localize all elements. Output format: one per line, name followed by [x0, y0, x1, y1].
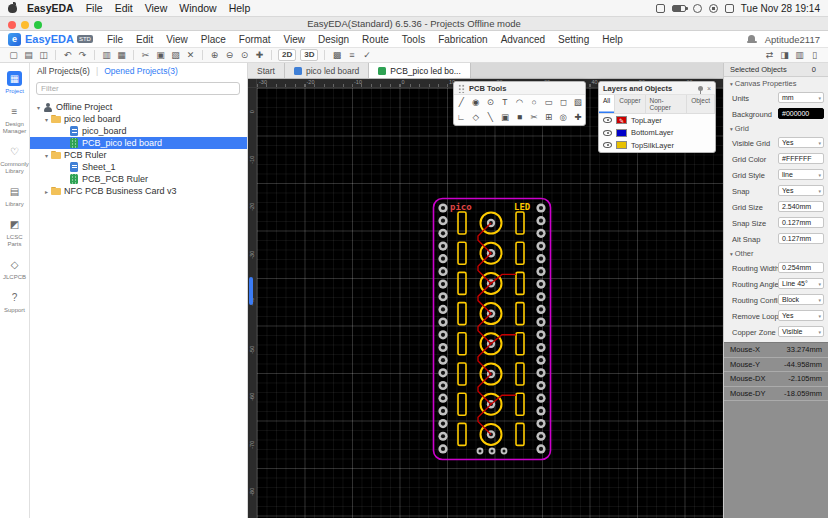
- hole-tool-icon[interactable]: ◻: [556, 95, 571, 110]
- vertical-scrollbar-thumb[interactable]: [249, 277, 253, 305]
- property-value[interactable]: 0.127mm: [778, 217, 824, 228]
- pin-icon[interactable]: [698, 86, 703, 91]
- tree-caret-icon[interactable]: ▾: [42, 116, 51, 123]
- property-value[interactable]: Yes: [778, 185, 824, 196]
- layer-row[interactable]: TopSilkLayer: [599, 139, 715, 152]
- username[interactable]: Aptitude2117: [765, 34, 820, 45]
- image-tool-icon[interactable]: ▧: [570, 95, 585, 110]
- sidebar-item-jlcpcb[interactable]: ◇ JLCPCB: [0, 257, 30, 281]
- macos-menu-item[interactable]: Window: [179, 2, 216, 14]
- paste-icon[interactable]: ▧: [168, 49, 183, 62]
- apple-menu-icon[interactable]: [8, 4, 17, 13]
- zoom-window-icon[interactable]: ⊙: [237, 49, 252, 62]
- layers-tab[interactable]: Object: [687, 95, 715, 113]
- cutout-tool-icon[interactable]: ✂: [527, 110, 542, 125]
- layer-row[interactable]: ✎ TopLayer: [599, 114, 715, 127]
- drag-handle[interactable]: [458, 84, 465, 93]
- sidebar-item-library[interactable]: ▤ Library: [0, 184, 30, 208]
- layers-tab[interactable]: All: [599, 95, 615, 113]
- save-icon[interactable]: ◫: [36, 49, 51, 62]
- app-menu-item[interactable]: Tools: [402, 34, 425, 45]
- tree-caret-icon[interactable]: ▾: [42, 152, 51, 159]
- app-menu-item[interactable]: File: [107, 34, 123, 45]
- property-value[interactable]: line: [778, 169, 824, 180]
- tree-item[interactable]: ▾ pico led board: [30, 113, 247, 125]
- separator[interactable]: [271, 50, 272, 60]
- macos-menu-item[interactable]: Help: [229, 2, 251, 14]
- solid-region-tool-icon[interactable]: ▣: [498, 110, 513, 125]
- layer-list-icon[interactable]: ≡: [344, 49, 359, 62]
- visibility-eye-icon[interactable]: [603, 130, 612, 136]
- origin-tool-icon[interactable]: ◎: [556, 110, 571, 125]
- layer-color-swatch[interactable]: [616, 141, 627, 149]
- arc-tool-icon[interactable]: ◠: [512, 95, 527, 110]
- sidebar-item-support[interactable]: ? Support: [0, 290, 30, 314]
- control-center-icon[interactable]: [725, 4, 734, 13]
- cut-icon[interactable]: ✂: [138, 49, 153, 62]
- tab-all-projects[interactable]: All Projects(6): [37, 66, 90, 76]
- menubar-clock[interactable]: Tue Nov 28 19:14: [741, 3, 820, 14]
- property-value[interactable]: #FFFFFF: [778, 153, 824, 164]
- property-value[interactable]: 0.127mm: [778, 233, 824, 244]
- macos-menu-item[interactable]: Edit: [115, 2, 133, 14]
- track-tool-icon[interactable]: ╱: [454, 95, 469, 110]
- pcb-board[interactable]: picoLED: [432, 197, 552, 461]
- zoom-out-icon[interactable]: ⊖: [222, 49, 237, 62]
- grid-setting-icon[interactable]: ▩: [329, 49, 344, 62]
- app-menu-item[interactable]: Format: [239, 34, 271, 45]
- close-window-button[interactable]: [8, 21, 16, 29]
- tab-opened-projects[interactable]: Opened Projects(3): [104, 66, 178, 76]
- app-menu-item[interactable]: View: [283, 34, 305, 45]
- sidebar-item-project[interactable]: ▦ Project: [0, 71, 30, 95]
- print-icon[interactable]: ▥: [99, 49, 114, 62]
- fullscreen-icon[interactable]: ▯: [807, 49, 822, 62]
- open-file-icon[interactable]: ▤: [21, 49, 36, 62]
- separator[interactable]: [133, 50, 134, 60]
- tab-pcb[interactable]: PCB_pico led bo...: [369, 63, 470, 78]
- display-status-icon[interactable]: [656, 4, 665, 13]
- view-2d-button[interactable]: 2D: [278, 49, 296, 61]
- app-menu-item[interactable]: Design: [318, 34, 349, 45]
- tree-caret-icon[interactable]: ▾: [34, 104, 43, 111]
- layers-tab[interactable]: Non-Copper: [646, 95, 688, 113]
- pad-tool-icon[interactable]: ◉: [469, 95, 484, 110]
- macos-app-menu[interactable]: EasyEDA: [27, 2, 74, 14]
- easyeda-logo[interactable]: e: [8, 33, 21, 46]
- app-menu-item[interactable]: Route: [362, 34, 389, 45]
- notifications-bell-icon[interactable]: [747, 34, 757, 44]
- copy-icon[interactable]: ▣: [153, 49, 168, 62]
- tree-item[interactable]: Sheet_1: [30, 161, 247, 173]
- redo-icon[interactable]: ↷: [75, 49, 90, 62]
- new-file-icon[interactable]: ▢: [6, 49, 21, 62]
- app-menu-item[interactable]: Help: [602, 34, 623, 45]
- drc-check-icon[interactable]: ✓: [359, 49, 374, 62]
- minimize-window-button[interactable]: [21, 21, 29, 29]
- separator[interactable]: [55, 50, 56, 60]
- zoom-in-icon[interactable]: ⊕: [207, 49, 222, 62]
- app-menu-item[interactable]: Advanced: [501, 34, 545, 45]
- visibility-eye-icon[interactable]: [603, 142, 612, 148]
- macos-menu-item[interactable]: File: [86, 2, 103, 14]
- property-value[interactable]: Block: [778, 294, 824, 305]
- property-value[interactable]: 0.254mm: [778, 262, 824, 273]
- tab-schematic[interactable]: pico led board: [285, 63, 369, 78]
- dimension-tool-icon[interactable]: ∟: [454, 110, 469, 125]
- filter-input[interactable]: [36, 82, 240, 95]
- sidebar-item-design-manager[interactable]: ≡ Design Manager: [0, 104, 30, 135]
- separator[interactable]: [324, 50, 325, 60]
- layer-color-swatch[interactable]: [616, 129, 627, 137]
- via-tool-icon[interactable]: ⊙: [483, 95, 498, 110]
- section-collapse-icon[interactable]: ▾: [730, 251, 733, 257]
- spotlight-icon[interactable]: [709, 4, 718, 13]
- bottom-panel-toggle-icon[interactable]: ▥: [792, 49, 807, 62]
- app-menu-item[interactable]: View: [166, 34, 188, 45]
- rect-tool-icon[interactable]: ▭: [541, 95, 556, 110]
- layer-row[interactable]: BottomLayer: [599, 127, 715, 140]
- section-collapse-icon[interactable]: ▾: [730, 126, 733, 132]
- maximize-window-button[interactable]: [34, 21, 42, 29]
- tree-item[interactable]: ▸ NFC PCB Business Card v3: [30, 185, 247, 197]
- text-tool-icon[interactable]: T: [498, 95, 513, 110]
- crosshair-icon[interactable]: ✚: [252, 49, 267, 62]
- pcb-canvas[interactable]: picoLED: [257, 88, 723, 518]
- undo-icon[interactable]: ↶: [60, 49, 75, 62]
